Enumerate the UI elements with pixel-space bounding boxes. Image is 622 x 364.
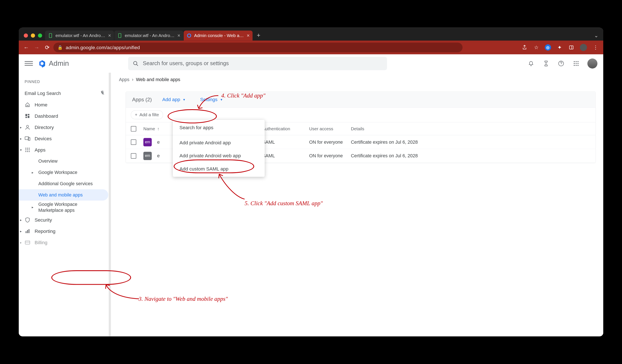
svg-point-29 (25, 149, 26, 150)
add-app-button[interactable]: Add app ▼ (158, 95, 190, 104)
breadcrumb-root[interactable]: Apps (119, 77, 129, 82)
sidebar-item-additional-google-services[interactable]: Additional Google services (19, 178, 111, 189)
panel-icon[interactable] (568, 44, 574, 51)
lock-icon: 🔒 (58, 45, 63, 50)
svg-rect-38 (25, 241, 30, 244)
divider (173, 135, 265, 135)
url-field[interactable]: 🔒 admin.google.com/ac/apps/unified (54, 43, 463, 52)
sidebar-item-apps[interactable]: ▾ Apps (19, 144, 111, 156)
account-avatar[interactable] (587, 58, 598, 68)
sidebar-item-label: Email Log Search (24, 91, 61, 96)
sidebar-item-devices[interactable]: ▸ Devices (19, 133, 111, 144)
sidebar-item-directory[interactable]: ▸ Directory (19, 122, 111, 133)
sidebar-item-label: Dashboard (35, 113, 58, 119)
select-all-checkbox[interactable] (131, 126, 136, 131)
sidebar-item-billing[interactable]: ▸ Billing (19, 237, 111, 248)
search-icon (133, 60, 138, 66)
close-window-icon[interactable] (24, 34, 28, 38)
dropdown-item-custom-saml[interactable]: Add custom SAML app (173, 163, 265, 176)
minimize-window-icon[interactable] (31, 34, 35, 38)
product-logo[interactable]: Admin (38, 59, 69, 68)
button-label: Add app (162, 97, 180, 102)
dashboard-icon (24, 113, 30, 119)
button-label: Settings (200, 97, 217, 102)
svg-point-9 (574, 61, 575, 62)
browser-tab-1[interactable]: emulator.wtf - An Android clo… × (45, 31, 114, 41)
sidebar-item-label: Home (35, 102, 47, 108)
window-controls[interactable] (22, 34, 45, 40)
apps-icon (24, 147, 30, 153)
apps-grid-icon[interactable] (572, 60, 580, 67)
search-input[interactable]: Search for users, groups or settings (128, 57, 387, 70)
sidebar-item-reporting[interactable]: ▸ Reporting (19, 226, 111, 237)
expand-icon: ▸ (20, 229, 22, 233)
maximize-window-icon[interactable] (38, 34, 42, 38)
sidebar-item-security[interactable]: ▸ Security (19, 214, 111, 226)
main-menu-button[interactable] (24, 59, 33, 68)
menu-icon[interactable]: ⋮ (592, 44, 599, 51)
app-name: e (157, 139, 160, 145)
svg-point-2 (187, 34, 191, 37)
extensions-icon[interactable]: ✦ (556, 44, 563, 51)
browser-tab-3[interactable]: Admin console - Web and mo… × (184, 31, 253, 41)
row-checkbox[interactable] (131, 153, 136, 158)
browser-tab-2[interactable]: emulator.wtf - An Android clo… × (114, 31, 183, 41)
dropdown-item-private-android[interactable]: Add private Android app (173, 136, 265, 149)
svg-rect-0 (49, 34, 52, 38)
address-bar: ← → ⟳ 🔒 admin.google.com/ac/apps/unified… (19, 41, 603, 55)
sidebar-item-web-and-mobile-apps[interactable]: Web and mobile apps (19, 189, 108, 200)
breadcrumb-current: Web and mobile apps (136, 77, 180, 82)
row-checkbox[interactable] (131, 139, 136, 145)
device-icon (117, 33, 122, 38)
app-icon: em (143, 152, 152, 160)
svg-point-23 (26, 125, 29, 127)
plus-icon: + (135, 112, 137, 117)
forward-button[interactable]: → (33, 43, 41, 52)
sidebar-item-label: Reporting (35, 228, 55, 234)
svg-point-26 (25, 148, 26, 149)
svg-point-15 (574, 65, 575, 66)
sidebar-item-overview[interactable]: Overview (19, 156, 111, 167)
share-icon[interactable] (522, 44, 528, 51)
dropdown-item-private-android-web[interactable]: Add private Android web app (173, 149, 265, 163)
back-button[interactable]: ← (22, 43, 30, 52)
sidebar-item-home[interactable]: Home (19, 99, 111, 110)
sidebar-item-label: Devices (35, 136, 52, 141)
dropdown-item-search-apps[interactable]: Search for apps (173, 121, 265, 134)
column-authentication: Authentication (262, 126, 309, 131)
new-tab-button[interactable]: + (253, 32, 264, 40)
svg-point-14 (578, 63, 579, 64)
svg-point-27 (27, 148, 28, 149)
sidebar-item-label: Apps (35, 147, 45, 153)
svg-point-32 (25, 151, 26, 152)
add-filter-button[interactable]: + Add a filte (131, 110, 163, 119)
close-tab-icon[interactable]: × (247, 33, 250, 38)
sidebar-item-dashboard[interactable]: Dashboard (19, 110, 111, 122)
svg-point-28 (29, 148, 30, 149)
help-icon[interactable] (557, 60, 565, 67)
sidebar-item-google-workspace[interactable]: ▸ Google Workspace (19, 167, 111, 178)
hourglass-icon[interactable] (542, 60, 550, 67)
cell-details: Certificate expires on Jul 6, 2028 (351, 139, 590, 145)
svg-point-17 (578, 65, 579, 66)
caret-down-icon: ▼ (220, 98, 223, 101)
settings-button[interactable]: Settings ▼ (196, 95, 227, 104)
tab-title: emulator.wtf - An Android clo… (125, 33, 175, 38)
notifications-icon[interactable] (527, 60, 535, 67)
gadmin-icon (187, 33, 192, 38)
billing-icon (24, 239, 30, 245)
close-tab-icon[interactable]: × (177, 33, 180, 38)
extension-icon[interactable]: ◎ (545, 44, 551, 51)
tab-title: Admin console - Web and mo… (194, 33, 244, 38)
profile-avatar[interactable] (580, 44, 587, 51)
close-tab-icon[interactable]: × (108, 33, 111, 38)
svg-rect-21 (28, 116, 29, 118)
sidebar-item-marketplace-apps[interactable]: ▸ Google Workspace Marketplace apps (19, 200, 111, 214)
bookmark-icon[interactable]: ☆ (533, 44, 539, 51)
app-icon: em (143, 138, 152, 146)
add-app-dropdown: Search for apps Add private Android app … (173, 120, 265, 177)
reload-button[interactable]: ⟳ (43, 43, 51, 52)
chevron-down-icon[interactable]: ⌄ (594, 33, 598, 38)
devices-icon (24, 136, 30, 141)
sidebar-item-email-log-search[interactable]: Email Log Search (19, 88, 111, 99)
